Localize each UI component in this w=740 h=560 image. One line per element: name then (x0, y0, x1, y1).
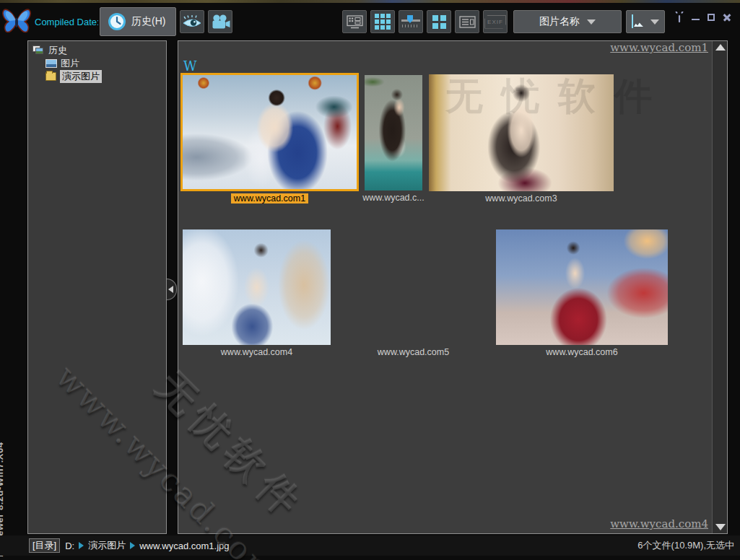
breadcrumb-arrow-icon (130, 542, 135, 549)
tree-item-history[interactable]: 历史 (32, 44, 166, 56)
folder-tree: 历史 图片 演示图片 (28, 41, 166, 82)
breadcrumb-file: www.wycad.com1.jpg (139, 541, 229, 551)
slider-icon (401, 15, 420, 28)
scroll-top-file-label: www.wycad.com1 (610, 41, 708, 54)
thumbnail-label: www.wycad.com4 (221, 347, 292, 357)
thumbnail-image-2[interactable] (365, 75, 422, 191)
thumbnail-label: www.wycad.com6 (546, 347, 617, 357)
exif-button[interactable]: EXIF (483, 10, 508, 33)
view-browse-button[interactable] (342, 10, 367, 33)
chevron-down-icon (650, 19, 659, 25)
thumbnail-item[interactable]: www.wycad.c... (365, 75, 422, 203)
tree-item-pictures[interactable]: 图片 (32, 57, 166, 69)
sort-dropdown-label: 图片名称 (539, 15, 580, 28)
view-thumbnails-button[interactable] (370, 10, 395, 33)
grid-2x2-icon (432, 15, 446, 29)
status-bar: [目录] D: 演示图片 www.wycad.com1.jpg 6个文件(10.… (0, 535, 740, 556)
preview-eye-button[interactable] (180, 10, 204, 33)
history-photos-icon (32, 45, 45, 56)
slideshow-camera-button[interactable] (208, 10, 232, 33)
detail-list-icon (459, 16, 476, 28)
tree-item-demo-pictures[interactable]: 演示图片 (32, 70, 166, 82)
chevron-down-icon (587, 19, 596, 25)
movie-camera-icon (211, 14, 230, 30)
tree-item-label: 演示图片 (60, 70, 102, 83)
close-button[interactable] (723, 13, 731, 22)
view-tiles-button[interactable] (427, 10, 451, 33)
grid-3x3-icon (375, 14, 391, 30)
group-header: W (183, 58, 197, 74)
thumbnail-item[interactable]: www.wycad.com3 (429, 74, 614, 204)
thumbnail-size-slider[interactable] (399, 10, 423, 33)
minimize-button[interactable] (692, 19, 700, 20)
butterfly-logo-icon (1, 8, 32, 35)
breadcrumb-arrow-icon (79, 542, 84, 549)
thumbnail-item[interactable]: www.wycad.com6 (496, 229, 668, 357)
directory-tag: [目录] (29, 538, 60, 553)
thumbnail-image-1[interactable] (180, 73, 359, 191)
breadcrumb-folder: 演示图片 (88, 539, 126, 552)
image-info-dropdown[interactable] (626, 10, 665, 33)
tree-item-label: 图片 (61, 57, 79, 70)
browse-layout-icon (347, 15, 363, 29)
sort-dropdown[interactable]: 图片名称 (513, 10, 622, 33)
titlebar: Compiled Date: No 历史(H) (0, 3, 740, 40)
thumbnail-label: www.wycad.com5 (378, 347, 449, 357)
thumbnail-image-6[interactable] (496, 229, 668, 345)
file-count-status: 6个文件(10.9M),无选中 (637, 539, 734, 552)
breadcrumb-drive: D: (65, 541, 74, 551)
settings-wrench-icon[interactable] (675, 12, 684, 22)
thumbnail-item[interactable]: www.wycad.com5 (336, 229, 491, 357)
history-button-label: 历史(H) (131, 15, 165, 28)
image-info-icon (632, 15, 646, 28)
thumbnail-label: www.wycad.com3 (485, 193, 557, 204)
scroll-down-arrow-icon[interactable] (715, 524, 726, 530)
thumbnail-image-4[interactable] (183, 229, 331, 345)
thumbnail-item[interactable]: www.wycad.com1 (180, 73, 359, 204)
image-icon (45, 59, 57, 68)
thumbnail-label: www.wycad.com1 (231, 193, 308, 204)
thumbnail-item[interactable]: www.wycad.com4 (183, 229, 331, 357)
scroll-up-arrow-icon[interactable] (715, 44, 726, 51)
clock-icon (108, 12, 126, 31)
scroll-bottom-file-label: www.wycad.com4 (610, 517, 708, 530)
thumbnail-image-3[interactable] (429, 74, 614, 191)
tree-item-label: 历史 (48, 44, 67, 57)
chevron-left-icon (168, 286, 173, 293)
folder-tree-panel: 历史 图片 演示图片 (27, 40, 167, 534)
compiled-date-text: Compiled Date: No (35, 17, 98, 27)
app-window: Compiled Date: No 历史(H) (0, 0, 740, 560)
splitter-collapse-handle[interactable] (167, 279, 177, 300)
folder-icon (45, 72, 56, 81)
view-details-button[interactable] (455, 10, 479, 33)
thumbnail-canvas: 无忧软件 W www.wycad.com1 www.wycad.com4 www… (178, 40, 728, 534)
window-controls (675, 12, 731, 22)
vertical-scrollbar[interactable] (712, 41, 727, 533)
eye-icon (183, 15, 201, 29)
thumbnail-label: www.wycad.c... (362, 193, 424, 203)
exif-icon: EXIF (484, 15, 506, 29)
maximize-button[interactable] (708, 14, 715, 21)
thumbnail-image-5[interactable] (336, 229, 491, 345)
history-button[interactable]: 历史(H) (100, 7, 176, 36)
